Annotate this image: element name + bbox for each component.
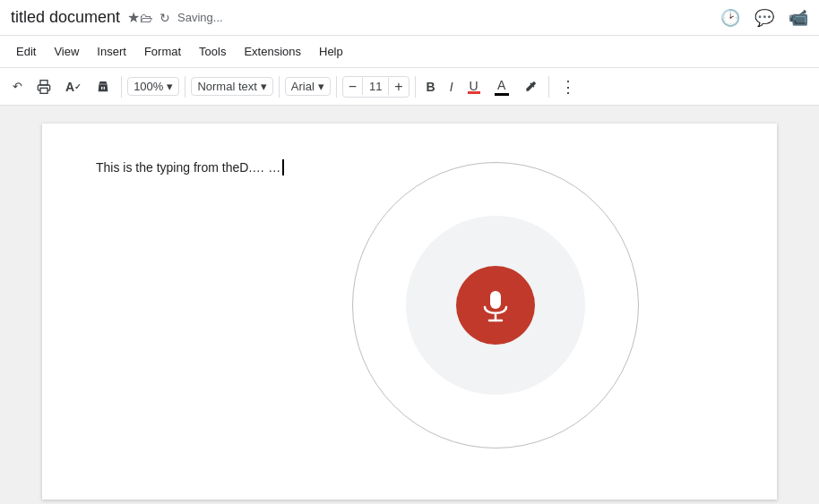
- zoom-dropdown[interactable]: 100% ▾: [127, 77, 179, 96]
- font-chevron: ▾: [318, 80, 324, 93]
- microphone-button[interactable]: [456, 266, 535, 345]
- folder-icon[interactable]: 🗁: [140, 11, 152, 25]
- text-style-chevron: ▾: [261, 80, 267, 93]
- font-dropdown[interactable]: Arial ▾: [285, 77, 331, 96]
- toolbar-divider-1: [121, 76, 122, 98]
- toolbar-divider-5: [415, 76, 416, 98]
- text-color-button[interactable]: A: [489, 74, 514, 99]
- undo-button[interactable]: ↶: [7, 76, 28, 97]
- text-color-bar: [495, 93, 509, 96]
- font-value: Arial: [291, 80, 315, 93]
- menu-bar: Edit View Insert Format Tools Extensions…: [0, 36, 819, 68]
- zoom-value: 100%: [134, 80, 163, 93]
- text-style-value: Normal text: [197, 80, 256, 93]
- font-size-value[interactable]: 11: [362, 78, 389, 95]
- svg-rect-1: [40, 88, 47, 93]
- microphone-icon: [478, 287, 513, 323]
- svg-rect-0: [40, 80, 47, 84]
- toolbar-divider-2: [185, 76, 185, 98]
- document-text: This is the typing from theD.… …: [96, 160, 280, 175]
- font-size-increase[interactable]: +: [389, 77, 408, 97]
- paint-format-button[interactable]: [91, 76, 116, 98]
- font-size-decrease[interactable]: −: [343, 77, 362, 97]
- bold-button[interactable]: B: [421, 76, 441, 98]
- toolbar-divider-4: [336, 76, 337, 98]
- toolbar-divider-6: [548, 76, 549, 98]
- star-icon[interactable]: ★: [127, 9, 140, 26]
- menu-view[interactable]: View: [45, 41, 88, 62]
- title-bar-right: 🕑 💬 📹: [720, 8, 808, 28]
- menu-edit[interactable]: Edit: [7, 41, 45, 62]
- zoom-chevron: ▾: [167, 80, 173, 93]
- text-cursor: [282, 159, 284, 175]
- sync-icon: ↻: [159, 11, 170, 25]
- underline-color-indicator: U: [468, 79, 480, 94]
- saving-status: Saving...: [177, 11, 223, 24]
- menu-insert[interactable]: Insert: [88, 41, 135, 62]
- video-icon[interactable]: 📹: [789, 8, 808, 28]
- menu-help[interactable]: Help: [310, 41, 352, 62]
- underline-color-bar: [468, 91, 480, 94]
- comment-icon[interactable]: 💬: [754, 8, 774, 28]
- history-icon[interactable]: 🕑: [720, 8, 740, 28]
- title-bar: titled document ★ 🗁 ↻ Saving... 🕑 💬 📹: [0, 0, 819, 36]
- italic-button[interactable]: I: [444, 76, 459, 98]
- highlight-button[interactable]: [518, 76, 543, 98]
- toolbar-divider-3: [279, 76, 280, 98]
- underline-button[interactable]: U: [462, 75, 486, 98]
- text-color-letter: A: [497, 78, 505, 92]
- toolbar: ↶ A✓ 100% ▾ Normal text ▾ Arial ▾ − 11 +…: [0, 68, 819, 106]
- menu-format[interactable]: Format: [135, 41, 190, 62]
- text-color-indicator: A: [495, 78, 509, 96]
- svg-rect-2: [490, 291, 501, 309]
- font-size-control: − 11 +: [342, 76, 410, 98]
- voice-outer-ring: [352, 162, 639, 448]
- print-button[interactable]: [31, 76, 56, 98]
- voice-inner-ring: [406, 216, 585, 395]
- menu-extensions[interactable]: Extensions: [235, 41, 310, 62]
- spellcheck-button[interactable]: A✓: [60, 76, 87, 98]
- menu-tools[interactable]: Tools: [190, 41, 235, 62]
- text-style-dropdown[interactable]: Normal text ▾: [191, 77, 272, 96]
- document-area: This is the typing from theD.… …: [0, 106, 819, 504]
- document-title[interactable]: titled document: [11, 8, 120, 27]
- voice-input-overlay: [352, 162, 639, 448]
- more-options-button[interactable]: ⋮: [555, 73, 582, 100]
